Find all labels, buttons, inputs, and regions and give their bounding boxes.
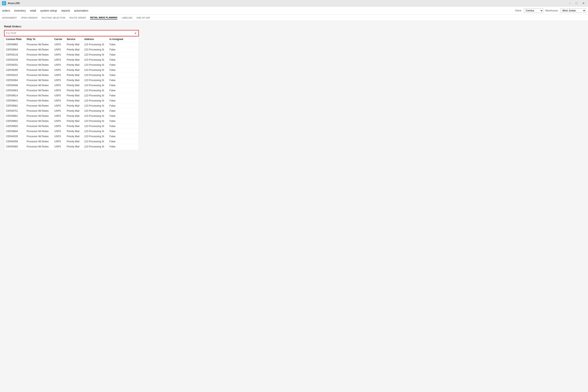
col-address: Address <box>82 36 108 42</box>
warehouse-select[interactable]: West Jordan Other Warehouse <box>560 8 586 13</box>
col-ship-to: Ship To <box>25 36 53 42</box>
cell-service: Priority Mail <box>65 73 82 78</box>
subnav-routing-selection[interactable]: ROUTING SELECTION <box>42 16 65 20</box>
cell-extra <box>126 134 139 139</box>
cell-isAssigned: False <box>108 124 126 129</box>
table-row[interactable]: CER39315Processor McTestesUSPSPriority M… <box>4 73 139 78</box>
maximize-button[interactable]: □ <box>574 1 578 5</box>
cell-isAssigned: False <box>108 42 126 47</box>
cell-service: Priority Mail <box>65 88 82 93</box>
cell-service: Priority Mail <box>65 149 82 151</box>
cell-extra <box>126 73 139 78</box>
filter-input[interactable] <box>4 30 133 36</box>
table-row[interactable]: CER39944Processor McTestesUSPSPriority M… <box>4 129 139 134</box>
nav-inventory[interactable]: inventory <box>14 9 26 12</box>
cell-address: 123 Processing St <box>82 88 108 93</box>
table-row[interactable]: CER40158Processor McTestesUSPSPriority M… <box>4 149 139 151</box>
table-row[interactable]: CER39929Processor McTestesUSPSPriority M… <box>4 124 139 129</box>
cell-address: 123 Processing St <box>82 103 108 108</box>
table-row[interactable]: CER39406Processor McTestesUSPSPriority M… <box>4 83 139 88</box>
filter-container: ✕ <box>4 30 139 36</box>
col-is-assigned: Is Assigned <box>108 36 126 42</box>
table-row[interactable]: CER39681Processor McTestesUSPSPriority M… <box>4 103 139 108</box>
cell-isAssigned: False <box>108 114 126 118</box>
cell-address: 123 Processing St <box>82 118 108 124</box>
content-area: Retail Orders: ✕ License Plate Ship To C… <box>0 21 588 392</box>
subnav-end-of-day[interactable]: END OF DAY <box>136 16 150 20</box>
orders-table: License Plate Ship To Carrier Service Ad… <box>4 36 139 151</box>
cell-shipTo: Processor McTestes <box>25 98 53 103</box>
cell-address: 123 Processing St <box>82 139 108 144</box>
cell-service: Priority Mail <box>65 139 82 144</box>
table-row[interactable]: CER39159Processor McTestesUSPSPriority M… <box>4 57 139 62</box>
retail-orders-label: Retail Orders: <box>4 25 584 28</box>
table-row[interactable]: CER39751Processor McTestesUSPSPriority M… <box>4 108 139 114</box>
nav-orders[interactable]: orders <box>2 9 10 12</box>
filter-clear-button[interactable]: ✕ <box>133 31 138 36</box>
cell-isAssigned: False <box>108 78 126 83</box>
cell-carrier: USPS <box>53 98 65 103</box>
nav-automation[interactable]: automation <box>74 9 88 12</box>
cell-carrier: USPS <box>53 114 65 118</box>
cell-service: Priority Mail <box>65 144 82 149</box>
close-button[interactable]: ✕ <box>581 1 586 5</box>
cell-licensePlate: CER39118 <box>4 52 25 57</box>
subnav-retail-wave-planning[interactable]: RETAIL WAVE PLANNING <box>90 16 118 20</box>
col-extra <box>126 36 139 42</box>
cell-service: Priority Mail <box>65 98 82 103</box>
cell-shipTo: Processor McTestes <box>25 93 53 98</box>
table-row[interactable]: CER39285Processor McTestesUSPSPriority M… <box>4 68 139 73</box>
cell-isAssigned: False <box>108 57 126 62</box>
cell-service: Priority Mail <box>65 93 82 98</box>
client-select[interactable]: Cerritus Other Client <box>524 8 543 13</box>
cell-licensePlate: CER39463 <box>4 88 25 93</box>
cell-service: Priority Mail <box>65 68 82 73</box>
cell-carrier: USPS <box>53 108 65 114</box>
table-row[interactable]: CER39252Processor McTestesUSPSPriority M… <box>4 62 139 68</box>
subnav-assignment[interactable]: ASSIGNMENT <box>2 16 17 20</box>
subnav-route-order[interactable]: ROUTE ORDER <box>70 16 86 20</box>
table-row[interactable]: CER39118Processor McTestesUSPSPriority M… <box>4 52 139 57</box>
cell-extra <box>126 83 139 88</box>
cell-service: Priority Mail <box>65 108 82 114</box>
table-row[interactable]: CER39614Processor McTestesUSPSPriority M… <box>4 93 139 98</box>
table-row[interactable]: CER39902Processor McTestesUSPSPriority M… <box>4 118 139 124</box>
nav-system-setup[interactable]: system setup <box>40 9 57 12</box>
cell-address: 123 Processing St <box>82 129 108 134</box>
window-controls[interactable]: − □ ✕ <box>568 1 586 5</box>
table-row[interactable]: CER39384Processor McTestesUSPSPriority M… <box>4 78 139 83</box>
cell-isAssigned: False <box>108 73 126 78</box>
cell-shipTo: Processor McTestes <box>25 103 53 108</box>
table-row[interactable]: CER40035Processor McTestesUSPSPriority M… <box>4 134 139 139</box>
cell-licensePlate: CER40060 <box>4 144 25 149</box>
subnav-open-orders[interactable]: OPEN ORDERS <box>21 16 38 20</box>
client-label: Client: <box>515 9 522 12</box>
cell-carrier: USPS <box>53 129 65 134</box>
cell-service: Priority Mail <box>65 129 82 134</box>
cell-address: 123 Processing St <box>82 108 108 114</box>
orders-table-wrapper[interactable]: License Plate Ship To Carrier Service Ad… <box>4 36 139 151</box>
table-row[interactable]: CER39801Processor McTestesUSPSPriority M… <box>4 114 139 118</box>
table-row[interactable]: CER40058Processor McTestesUSPSPriority M… <box>4 139 139 144</box>
cell-carrier: USPS <box>53 42 65 47</box>
cell-extra <box>126 124 139 129</box>
cell-carrier: USPS <box>53 124 65 129</box>
cell-service: Priority Mail <box>65 62 82 68</box>
cell-service: Priority Mail <box>65 134 82 139</box>
nav-retail[interactable]: retail <box>30 9 36 12</box>
table-row[interactable]: CER40060Processor McTestesUSPSPriority M… <box>4 144 139 149</box>
cell-service: Priority Mail <box>65 57 82 62</box>
table-row[interactable]: CER39641Processor McTestesUSPSPriority M… <box>4 98 139 103</box>
sub-nav: ASSIGNMENT OPEN ORDERS ROUTING SELECTION… <box>0 15 588 21</box>
app-title: Arca LOC <box>8 2 20 5</box>
cell-service: Priority Mail <box>65 42 82 47</box>
cell-licensePlate: CER39902 <box>4 118 25 124</box>
table-row[interactable]: CER39064Processor McTestesUSPSPriority M… <box>4 47 139 52</box>
table-row[interactable]: CER38965Processor McTestesUSPSPriority M… <box>4 42 139 47</box>
nav-reports[interactable]: reports <box>61 9 70 12</box>
table-row[interactable]: CER39463Processor McTestesUSPSPriority M… <box>4 88 139 93</box>
subnav-labeling[interactable]: LABELING <box>122 16 132 20</box>
cell-isAssigned: False <box>108 139 126 144</box>
minimize-button[interactable]: − <box>568 1 572 5</box>
cell-licensePlate: CER39751 <box>4 108 25 114</box>
